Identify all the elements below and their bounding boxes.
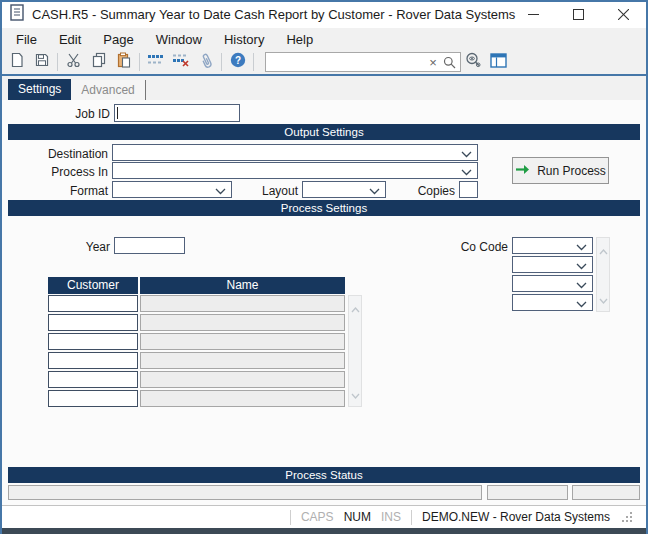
run-process-button[interactable]: Run Process bbox=[512, 157, 609, 184]
window-title: CASH.R5 - Summary Year to Date Cash Repo… bbox=[32, 7, 515, 22]
co-code-scrollbar[interactable] bbox=[596, 237, 610, 312]
clear-search-icon[interactable]: × bbox=[425, 56, 441, 69]
scroll-down-icon[interactable] bbox=[351, 385, 360, 403]
help-icon: ? bbox=[230, 52, 246, 72]
process-status-header: Process Status bbox=[8, 467, 640, 483]
paste-clipboard-icon bbox=[116, 52, 132, 72]
co-code-select-1[interactable] bbox=[512, 256, 593, 273]
name-cell bbox=[140, 314, 345, 331]
process-status-field-1 bbox=[487, 485, 568, 500]
scroll-up-icon[interactable] bbox=[599, 241, 608, 259]
chevron-down-icon bbox=[215, 181, 226, 199]
format-select[interactable] bbox=[112, 181, 232, 198]
customer-column-header: Customer bbox=[48, 277, 138, 294]
close-icon bbox=[618, 6, 629, 24]
process-in-select[interactable] bbox=[112, 162, 478, 179]
window-bottom-border bbox=[0, 528, 648, 534]
new-document-button[interactable] bbox=[4, 51, 29, 73]
scroll-up-icon[interactable] bbox=[351, 299, 360, 317]
chevron-down-icon bbox=[576, 237, 587, 255]
customer-cell-input[interactable] bbox=[48, 390, 138, 407]
svg-text:?: ? bbox=[234, 55, 240, 66]
customer-table-scrollbar[interactable] bbox=[348, 295, 362, 407]
customer-cell-input[interactable] bbox=[48, 295, 138, 312]
name-cell bbox=[140, 390, 345, 407]
name-cell bbox=[140, 333, 345, 350]
search-icon[interactable] bbox=[441, 56, 457, 69]
destination-select[interactable] bbox=[112, 144, 478, 161]
toolbar-separator bbox=[139, 53, 140, 71]
table-row bbox=[48, 314, 345, 333]
caps-indicator: CAPS bbox=[301, 510, 334, 524]
process-status-field-2 bbox=[572, 485, 640, 500]
workspace-indicator: DEMO.NEW - Rover Data Systems bbox=[422, 510, 610, 524]
insert-row-button[interactable] bbox=[143, 51, 168, 73]
app-window: CASH.R5 - Summary Year to Date Cash Repo… bbox=[0, 0, 648, 534]
lookup-button[interactable] bbox=[461, 51, 486, 73]
lookup-eye-icon bbox=[465, 52, 482, 72]
layout-button[interactable] bbox=[486, 51, 511, 73]
menu-file[interactable]: File bbox=[5, 30, 48, 49]
delete-row-icon bbox=[172, 52, 189, 72]
menu-page[interactable]: Page bbox=[92, 30, 144, 49]
new-document-icon bbox=[9, 52, 25, 72]
minimize-button[interactable] bbox=[511, 2, 556, 28]
minimize-icon bbox=[528, 6, 539, 24]
num-indicator: NUM bbox=[344, 510, 371, 524]
destination-label: Destination bbox=[0, 147, 108, 162]
chevron-down-icon bbox=[369, 181, 380, 199]
toolbar-separator bbox=[253, 53, 254, 71]
menu-history[interactable]: History bbox=[213, 30, 275, 49]
layout-table-icon bbox=[490, 53, 507, 72]
run-process-label: Run Process bbox=[537, 164, 606, 178]
search-input[interactable] bbox=[266, 55, 425, 69]
toolbar: ? × bbox=[0, 50, 648, 74]
chevron-down-icon bbox=[461, 162, 472, 180]
cut-button[interactable] bbox=[61, 51, 86, 73]
menu-edit[interactable]: Edit bbox=[48, 30, 92, 49]
tab-advanced[interactable]: Advanced bbox=[71, 80, 145, 100]
paste-button[interactable] bbox=[111, 51, 136, 73]
statusbar-separator bbox=[411, 510, 412, 525]
chevron-down-icon bbox=[576, 294, 587, 312]
customer-cell-input[interactable] bbox=[48, 314, 138, 331]
paperclip-icon bbox=[198, 52, 214, 72]
job-id-label: Job ID bbox=[0, 107, 110, 122]
customer-cell-input[interactable] bbox=[48, 352, 138, 369]
customer-cell-input[interactable] bbox=[48, 333, 138, 350]
help-button[interactable]: ? bbox=[225, 51, 250, 73]
chevron-down-icon bbox=[576, 275, 587, 293]
resize-grip[interactable] bbox=[622, 512, 632, 522]
save-button[interactable] bbox=[29, 51, 54, 73]
copy-icon bbox=[91, 52, 107, 72]
delete-row-button[interactable] bbox=[168, 51, 193, 73]
name-cell bbox=[140, 371, 345, 388]
maximize-button[interactable] bbox=[556, 2, 601, 28]
year-input[interactable] bbox=[114, 237, 185, 254]
co-code-label: Co Code bbox=[437, 240, 508, 255]
co-code-select-2[interactable] bbox=[512, 275, 593, 292]
co-code-select-3[interactable] bbox=[512, 294, 593, 311]
menu-bar: File Edit Page Window History Help bbox=[0, 28, 648, 50]
job-id-input[interactable] bbox=[114, 104, 240, 122]
customer-cell-input[interactable] bbox=[48, 371, 138, 388]
status-bar: CAPS NUM INS DEMO.NEW - Rover Data Syste… bbox=[0, 505, 648, 528]
close-button[interactable] bbox=[601, 2, 646, 28]
chevron-down-icon bbox=[576, 256, 587, 274]
copy-button[interactable] bbox=[86, 51, 111, 73]
maximize-icon bbox=[573, 6, 584, 24]
table-row bbox=[48, 352, 345, 371]
menu-window[interactable]: Window bbox=[145, 30, 213, 49]
copies-input[interactable] bbox=[459, 181, 478, 198]
co-code-select-0[interactable] bbox=[512, 237, 593, 254]
table-row bbox=[48, 371, 345, 390]
tab-bar: Settings Advanced bbox=[0, 76, 648, 100]
search-box: × bbox=[265, 52, 461, 72]
name-column-header: Name bbox=[140, 277, 345, 294]
tab-settings[interactable]: Settings bbox=[8, 79, 71, 100]
layout-select[interactable] bbox=[302, 181, 386, 198]
run-arrow-icon bbox=[515, 164, 530, 178]
attachment-button[interactable] bbox=[193, 51, 218, 73]
scroll-down-icon[interactable] bbox=[599, 290, 608, 308]
menu-help[interactable]: Help bbox=[275, 30, 324, 49]
